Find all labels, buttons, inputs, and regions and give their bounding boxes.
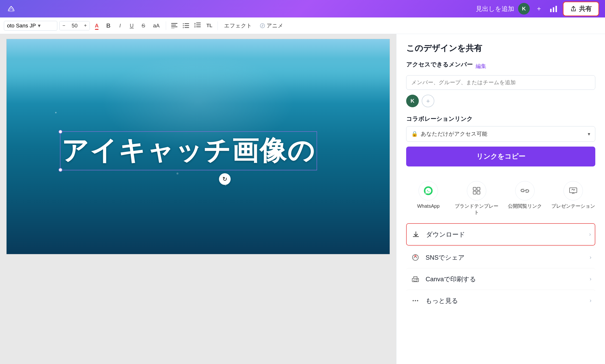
download-menu-item[interactable]: ダウンロード › <box>406 223 595 246</box>
svg-rect-15 <box>196 25 201 25</box>
logo-icon[interactable] <box>6 3 16 14</box>
bubble-3 <box>176 172 178 174</box>
print-arrow: › <box>590 276 592 282</box>
share-icon-brand-template[interactable]: ブランドテンプレート <box>454 181 499 216</box>
increase-font-size-button[interactable]: + <box>81 21 90 30</box>
svg-rect-22 <box>477 191 480 194</box>
effects-button[interactable]: エフェクト <box>221 21 255 31</box>
brand-template-label: ブランドテンプレート <box>454 203 499 216</box>
public-link-icon <box>520 186 529 195</box>
share-label: 共有 <box>579 5 592 13</box>
svg-point-30 <box>413 300 414 301</box>
line-spacing-button[interactable] <box>193 21 202 31</box>
more-arrow: › <box>590 298 592 304</box>
download-arrow: › <box>589 231 591 238</box>
animate-button[interactable]: アニメ <box>257 21 286 31</box>
collab-link-label: コラボレーションリンク <box>406 115 595 123</box>
whatsapp-label: WhatsApp <box>417 203 439 209</box>
sns-share-label: SNSでシェア <box>426 253 585 262</box>
whatsapp-icon <box>423 186 433 195</box>
dropdown-arrow: ▾ <box>588 131 590 137</box>
refresh-icon[interactable]: ↻ <box>219 173 231 185</box>
collab-link-section: コラボレーションリンク 🔒 あなただけがアクセス可能 ▾ リンクをコピー <box>406 115 595 174</box>
members-label: アクセスできるメンバー <box>406 61 473 68</box>
sns-share-menu-item[interactable]: SNSでシェア › <box>406 247 595 268</box>
text-fit-button[interactable]: TL <box>204 21 214 31</box>
font-selector[interactable]: oto Sans JP ▾ <box>4 21 57 31</box>
sns-arrow: › <box>590 254 592 261</box>
share-panel: このデザインを共有 アクセスできるメンバー 編集 K + コラボレーションリンク… <box>396 34 605 364</box>
header: 見出しを追加 K + 共有 <box>0 0 605 17</box>
share-button[interactable]: 共有 <box>563 1 599 16</box>
svg-rect-16 <box>196 26 201 27</box>
align-button[interactable] <box>170 21 179 31</box>
presentation-icon <box>569 186 578 195</box>
toolbar-separator <box>166 21 166 30</box>
member-avatar: K <box>406 95 419 107</box>
add-member-icon-button[interactable]: + <box>534 3 544 14</box>
more-label: もっと見る <box>426 297 585 305</box>
svg-rect-14 <box>196 23 201 23</box>
bold-label: B <box>106 22 110 29</box>
decrease-font-size-button[interactable]: − <box>59 21 68 30</box>
svg-rect-11 <box>184 25 189 26</box>
design-canvas[interactable]: アイキャッチ画像の ↻ <box>6 39 390 254</box>
collab-access-dropdown[interactable]: 🔒 あなただけがアクセス可能 ▾ <box>406 126 595 142</box>
text-selection-box: アイキャッチ画像の <box>60 131 317 170</box>
svg-rect-9 <box>184 23 189 24</box>
share-icon-presentation[interactable]: プレゼンテーション <box>551 181 595 216</box>
resize-handle-bottom-left[interactable] <box>58 168 62 172</box>
share-icon-public-link[interactable]: 公開閲覧リンク <box>503 181 547 216</box>
chart-icon-button[interactable] <box>548 3 559 14</box>
main-area: アイキャッチ画像の ↻ このデザインを共有 アクセスできるメンバー 編集 K +… <box>0 34 605 364</box>
svg-point-32 <box>417 300 418 301</box>
canvas-area[interactable]: アイキャッチ画像の ↻ <box>0 34 396 364</box>
svg-rect-20 <box>477 187 480 190</box>
svg-point-12 <box>183 27 184 28</box>
presentation-label: プレゼンテーション <box>551 203 595 209</box>
svg-rect-6 <box>171 26 177 27</box>
svg-rect-24 <box>570 188 577 193</box>
brand-template-circle <box>467 181 486 200</box>
share-icon-whatsapp[interactable]: WhatsApp <box>406 181 451 216</box>
svg-rect-1 <box>550 9 552 12</box>
toolbar: oto Sans JP ▾ − 50 + A B I U S aA <box>0 17 605 34</box>
strikethrough-button[interactable]: S <box>138 21 148 31</box>
text-color-button[interactable]: A <box>92 21 102 31</box>
svg-rect-21 <box>473 191 476 194</box>
members-row: K + <box>406 95 595 107</box>
strikethrough-label: S <box>142 23 145 29</box>
add-headline-button[interactable]: 見出しを追加 <box>476 5 514 13</box>
public-link-label: 公開閲覧リンク <box>508 203 542 209</box>
svg-rect-4 <box>171 23 177 24</box>
canvas-main-text[interactable]: アイキャッチ画像の <box>61 133 316 169</box>
print-menu-item[interactable]: Canvaで印刷する › <box>406 268 595 290</box>
font-size-value: 50 <box>68 23 81 29</box>
add-member-button[interactable]: + <box>422 95 434 107</box>
user-avatar[interactable]: K <box>518 3 530 14</box>
case-button[interactable]: aA <box>150 21 162 31</box>
members-edit-link[interactable]: 編集 <box>476 63 486 70</box>
text-fit-label: TL <box>206 23 212 28</box>
svg-rect-5 <box>171 25 176 26</box>
share-icon <box>570 6 577 12</box>
font-size-control: − 50 + <box>59 21 90 30</box>
access-level-text: あなただけがアクセス可能 <box>421 130 585 138</box>
bold-button[interactable]: B <box>104 21 113 31</box>
member-input-field[interactable] <box>406 75 595 90</box>
underline-button[interactable]: U <box>127 21 136 31</box>
more-menu-item[interactable]: もっと見る › <box>406 290 595 311</box>
list-button[interactable] <box>181 21 191 31</box>
svg-point-31 <box>415 300 416 301</box>
underline-label: U <box>130 23 134 29</box>
animate-icon <box>260 23 265 28</box>
copy-link-button[interactable]: リンクをコピー <box>406 147 595 167</box>
svg-rect-28 <box>414 280 417 281</box>
italic-button[interactable]: I <box>115 21 125 31</box>
svg-point-10 <box>183 25 184 26</box>
svg-rect-7 <box>171 28 174 28</box>
resize-handle-top-left[interactable] <box>58 130 62 134</box>
bubble-1 <box>55 112 57 113</box>
canvas-text-element[interactable]: アイキャッチ画像の ↻ <box>60 131 390 170</box>
lock-icon: 🔒 <box>411 131 418 137</box>
